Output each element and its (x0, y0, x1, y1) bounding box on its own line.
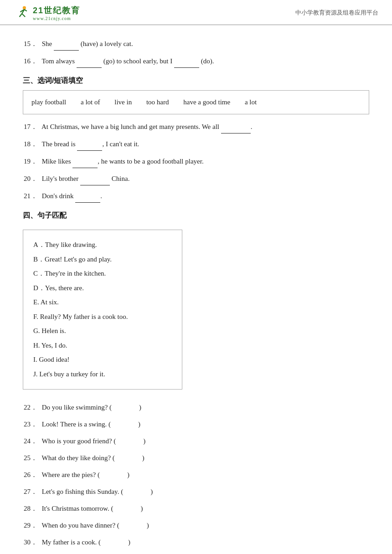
match-option-A: A．They like drawing. (33, 239, 172, 251)
match-option-D: D．Yes, there are. (33, 282, 172, 294)
logo-icon (14, 5, 30, 21)
paren-blank-27 (123, 486, 150, 498)
blank-15 (54, 38, 79, 51)
match-option-B: B．Great! Let's go and play. (33, 254, 172, 266)
match-option-G: G. Helen is. (33, 325, 172, 337)
paren-blank-22 (112, 401, 139, 414)
paren-blank-26 (100, 469, 127, 481)
paren-blank-25 (115, 452, 142, 464)
match-option-I: I. Good idea! (33, 354, 172, 366)
logo-text: 21世纪教育 www.21cnjy.com (33, 5, 80, 21)
paren-blank-30 (101, 536, 128, 549)
blank-18 (77, 138, 102, 151)
question-20: 20． Lily's brother China. (23, 173, 369, 185)
question-23: 23． Look! There is a swing. ( ) (23, 418, 369, 431)
paren-blank-23 (111, 418, 138, 431)
logo-title: 21世纪教育 (33, 5, 80, 16)
question-28: 28． It's Christmas tomorrow. ( ) (23, 503, 369, 515)
match-option-J: J. Let's buy a turkey for it. (33, 369, 172, 380)
content: 15． She (have) a lovely cat. 16． Tom alw… (0, 25, 392, 554)
svg-line-2 (20, 14, 22, 17)
question-25: 25． What do they like doing? ( ) (23, 452, 369, 464)
word-option-1: play football (31, 98, 66, 106)
blank-17 (221, 121, 251, 133)
section3-title: 三、选词/短语填空 (23, 76, 369, 86)
question-22: 22． Do you like swimming? ( ) (23, 401, 369, 414)
blank-16a (77, 55, 102, 68)
match-option-H: H. Yes, I do. (33, 340, 172, 352)
section4-title: 四、句子匹配 (23, 211, 369, 221)
match-option-C: C．They're in the kitchen. (33, 268, 172, 280)
question-15: 15． She (have) a lovely cat. (23, 38, 369, 51)
question-30: 30． My father is a cook. ( ) (23, 536, 369, 549)
question-17: 17． At Christmas, we have a big lunch an… (23, 121, 369, 133)
question-24: 24． Who is your good friend? ( ) (23, 435, 369, 447)
word-option-5: have a good time (183, 98, 230, 106)
svg-line-5 (24, 10, 26, 11)
question-27: 27． Let's go fishing this Sunday. ( ) (23, 486, 369, 498)
question-26: 26． Where are the pies? ( ) (23, 469, 369, 481)
paren-blank-28 (113, 503, 140, 515)
paren-blank-24 (116, 435, 143, 447)
blank-19 (72, 155, 98, 168)
question-19: 19． Mike likes , he wants to be a good f… (23, 155, 369, 168)
question-18: 18． The bread is , I can't eat it. (23, 138, 369, 151)
blank-21 (75, 190, 100, 203)
question-21: 21． Don's drink . (23, 190, 369, 203)
paren-blank-29 (119, 519, 147, 532)
header-right: 中小学教育资源及组卷应用平台 (295, 9, 378, 17)
blank-16b (174, 55, 199, 68)
header: 21世纪教育 www.21cnjy.com 中小学教育资源及组卷应用平台 (0, 0, 392, 25)
logo-area: 21世纪教育 www.21cnjy.com (14, 5, 80, 21)
blank-20 (80, 173, 110, 185)
question-16: 16． Tom always (go) to school early, but… (23, 55, 369, 68)
word-option-6: a lot (245, 98, 257, 106)
word-option-2: a lot of (81, 98, 100, 106)
svg-line-3 (22, 14, 25, 17)
match-options-box: A．They like drawing. B．Great! Let's go a… (23, 230, 182, 390)
svg-point-0 (23, 6, 26, 10)
word-options-box: play football a lot of live in too hard … (23, 90, 369, 114)
logo-url: www.21cnjy.com (33, 16, 71, 21)
match-option-F: F. Really? My father is a cook too. (33, 311, 172, 323)
word-option-3: live in (114, 98, 132, 106)
word-option-4: too hard (146, 98, 169, 106)
match-option-E: E. At six. (33, 297, 172, 308)
question-29: 29． When do you have dinner? ( ) (23, 519, 369, 532)
